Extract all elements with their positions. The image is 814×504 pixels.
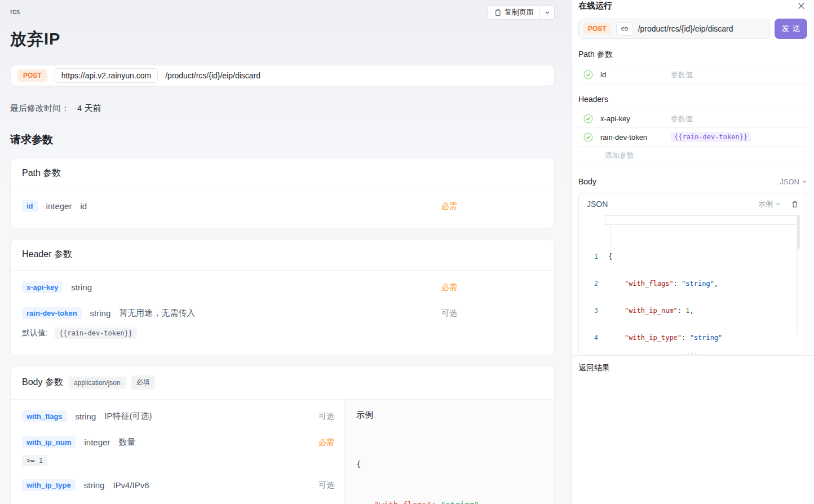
param-type: integer [46, 201, 72, 211]
runner-body-heading: Body [578, 177, 596, 186]
path-params-card: Path 参数 id integer id 必需 [10, 158, 555, 228]
editor-lang-label: JSON [587, 200, 608, 209]
check-circle-icon[interactable] [583, 70, 593, 79]
runner-header-name[interactable]: x-api-key [600, 114, 663, 123]
editor-code-area[interactable]: 1{ 2 "with_flags": "string", 3 "with_ip_… [579, 214, 807, 355]
endpoint-bar: POST https://api.v2.rainyun.com /product… [10, 65, 555, 86]
param-optional-badge: 可选 [441, 308, 457, 319]
param-name-badge: with_ip_type [22, 479, 76, 491]
default-value-badge: {{rain-dev-token}} [55, 328, 137, 339]
param-row-with-ip-num: with_ip_num integer 数量 必需 [22, 429, 334, 455]
param-row-with-ip-type: with_ip_type string IPv4/IPv6 可选 [22, 472, 334, 498]
runner-panel: 在线运行 POST /product/rcs/{id}/eip/discard [571, 0, 814, 504]
param-name-badge: rain-dev-token [22, 307, 82, 319]
runner-header-value-input[interactable] [671, 114, 804, 123]
endpoint-path: /product/rcs/{id}/eip/discard [165, 71, 260, 80]
runner-param-value-input[interactable] [671, 70, 804, 79]
header-params-card-title: Header 参数 [11, 240, 554, 271]
chevron-down-icon [802, 179, 807, 184]
param-desc: IPv4/IPv6 [113, 480, 149, 490]
example-select[interactable]: 示例 [758, 199, 781, 209]
param-type: string [90, 308, 111, 318]
request-params-heading: 请求参数 [10, 132, 555, 147]
chevron-down-icon [545, 10, 550, 15]
param-required-badge: 必需 [441, 201, 457, 211]
drag-handle[interactable]: ··· [684, 348, 702, 357]
chevron-down-icon [775, 201, 781, 207]
param-optional-badge: 可选 [318, 412, 334, 422]
add-param-row[interactable]: 添加参数 [578, 147, 807, 165]
runner-request-bar: POST /product/rcs/{id}/eip/discard [578, 19, 770, 39]
param-desc: 暂无用途，无需传入 [119, 308, 195, 319]
param-type: integer [84, 437, 110, 447]
doc-main: rcs 复制页面 放弃IP POS [0, 0, 571, 504]
param-desc: id [80, 201, 87, 211]
clipboard-icon [494, 9, 501, 16]
example-label: 示例 [356, 410, 543, 421]
param-type: string [84, 480, 105, 490]
param-type: string [71, 282, 92, 292]
body-type-label: JSON [780, 178, 799, 186]
param-type: string [76, 412, 96, 421]
runner-header-name[interactable]: rain-dev-token [600, 133, 663, 142]
method-badge: POST [17, 69, 47, 82]
body-type-select[interactable]: JSON [780, 178, 807, 186]
path-params-card-title: Path 参数 [11, 158, 554, 189]
example-select-label: 示例 [758, 199, 773, 209]
param-required-badge: 必需 [318, 437, 334, 448]
copy-page-dropdown-button[interactable] [539, 6, 554, 19]
editor-scrollbar[interactable] [797, 216, 799, 334]
close-icon[interactable] [795, 1, 807, 11]
trash-icon[interactable] [791, 200, 799, 208]
runner-param-name[interactable]: id [600, 70, 663, 79]
param-row-with-flags: with_flags string IP特征(可选) 可选 [22, 403, 334, 429]
body-params-card: Body 参数 application/json 必填 with_flags s… [10, 366, 555, 504]
body-params-card-title: Body 参数 [22, 377, 63, 388]
runner-path-params-heading: Path 参数 [578, 50, 807, 60]
copy-page-split-button: 复制页面 [488, 5, 555, 20]
body-params-list: with_flags string IP特征(可选) 可选 with_ip_nu… [11, 400, 344, 504]
page-title: 放弃IP [10, 28, 555, 51]
base-url-selector[interactable]: https://api.v2.rainyun.com [55, 68, 158, 83]
param-name-badge: with_ip_num [22, 436, 76, 448]
copy-page-button[interactable]: 复制页面 [488, 6, 539, 19]
param-name-badge: id [22, 200, 38, 212]
runner-header-row-rain-dev-token: rain-dev-token {{rain-dev-token}} [578, 128, 807, 147]
param-desc: IP特征(可选) [104, 411, 152, 422]
breadcrumb[interactable]: rcs [10, 0, 20, 16]
param-desc: 数量 [118, 437, 135, 448]
default-value-row: 默认值: {{rain-dev-token}} [22, 326, 543, 346]
last-modified: 最后修改时间： 4 天前 [10, 103, 555, 114]
last-modified-label: 最后修改时间： [10, 103, 69, 114]
header-params-card: Header 参数 x-api-key string 必需 rain-dev-t… [10, 239, 555, 355]
link-icon[interactable] [616, 22, 633, 36]
param-row-rain-dev-token: rain-dev-token string 暂无用途，无需传入 可选 [22, 300, 543, 326]
param-name-badge: x-api-key [22, 281, 63, 293]
check-circle-icon[interactable] [583, 114, 593, 123]
param-optional-badge: 可选 [318, 480, 334, 490]
example-code: { "with_flags": "string", "with_ip_num":… [356, 430, 543, 504]
param-row-x-api-key: x-api-key string 必需 [22, 274, 543, 300]
param-constraint-badge: >= 1 [22, 455, 47, 466]
runner-header-row-x-api-key: x-api-key [578, 109, 807, 128]
param-row-id: id integer id 必需 [22, 193, 543, 219]
runner-endpoint-path[interactable]: /product/rcs/{id}/eip/discard [638, 24, 733, 33]
param-name-badge: with_flags [22, 410, 67, 422]
json-editor: JSON 示例 [578, 193, 807, 355]
copy-page-label: 复制页面 [505, 7, 534, 17]
send-button[interactable]: 发送 [775, 19, 807, 39]
param-required-badge: 必需 [441, 282, 457, 293]
runner-headers-heading: Headers [578, 95, 807, 104]
app-root: rcs 复制页面 放弃IP POS [0, 0, 814, 504]
content-type-badge: application/json [69, 377, 126, 389]
runner-title: 在线运行 [578, 1, 612, 11]
body-required-badge: 必填 [131, 375, 155, 390]
body-example-panel: 示例 { "with_flags": "string", "with_ip_nu… [344, 400, 554, 504]
runner-method-badge: POST [583, 23, 611, 34]
result-heading: 返回结果 [578, 363, 807, 373]
runner-path-param-row: id [578, 65, 807, 84]
last-modified-value: 4 天前 [77, 103, 101, 114]
runner-header-token-value[interactable]: {{rain-dev-token}} [671, 132, 751, 142]
check-circle-icon[interactable] [583, 132, 593, 142]
default-value-label: 默认值: [22, 328, 48, 338]
